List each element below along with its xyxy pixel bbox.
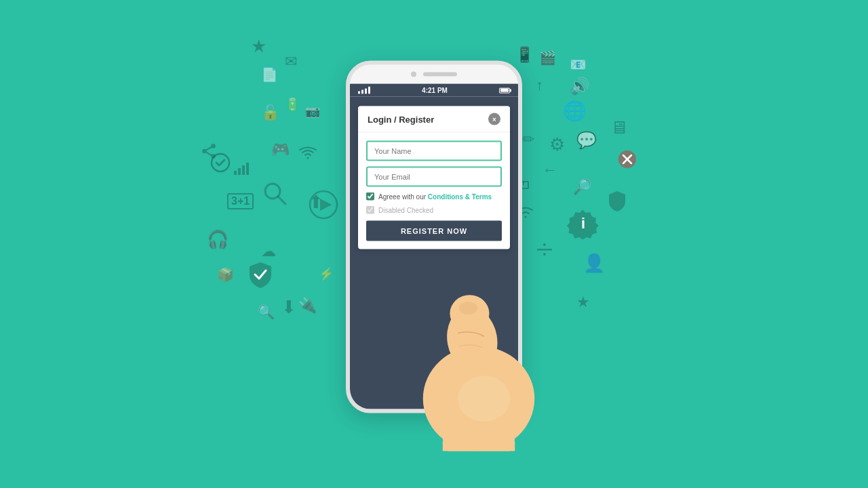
agree-checkbox-row: Agreee with our Conditions & Terms: [366, 192, 502, 201]
upload-icon: ⬆: [309, 193, 323, 211]
camera-icon: 📷: [305, 105, 320, 117]
wifi-left-icon: [298, 146, 317, 163]
svg-line-15: [623, 155, 631, 163]
disabled-checkbox: [366, 206, 374, 214]
svg-point-34: [459, 302, 477, 314]
battery-indicator: [499, 87, 510, 93]
svg-point-2: [211, 154, 216, 159]
svg-rect-9: [246, 163, 249, 175]
phone-speaker: [423, 73, 457, 77]
film-icon: 🎬: [539, 51, 556, 64]
battery-fill: [500, 89, 509, 92]
svg-rect-22: [543, 243, 546, 246]
status-bar: 4:21 PM: [350, 84, 518, 97]
battery-icon-shape: [499, 87, 510, 93]
agree-checkbox[interactable]: [366, 192, 374, 201]
arrow-up-icon: ↑: [536, 78, 543, 93]
svg-line-11: [278, 197, 285, 204]
shield-check-icon: [248, 261, 273, 293]
svg-line-4: [206, 147, 211, 150]
svg-rect-6: [234, 171, 237, 175]
phone-top-bezel: [350, 65, 518, 84]
add-person-icon: 👤: [583, 254, 605, 272]
envelope-icon: ✉: [285, 54, 297, 69]
chat-bubble-icon: 💬: [576, 132, 597, 148]
svg-point-10: [265, 184, 280, 199]
svg-rect-7: [238, 168, 241, 175]
power-icon: ⚡: [319, 268, 334, 280]
register-now-button[interactable]: REGISTER NOW: [366, 221, 502, 241]
svg-rect-26: [361, 90, 363, 94]
phone-camera-area: [411, 72, 457, 77]
mail-icon: 📧: [570, 58, 587, 71]
download-icon: ⬇: [281, 298, 296, 316]
document-icon: 📄: [261, 68, 278, 81]
time-display: 4:21 PM: [422, 87, 448, 94]
monitor-icon: 🖥: [610, 119, 628, 136]
hand-illustration: [404, 248, 553, 454]
back-arrow-icon: ←: [542, 163, 557, 178]
shield-icon: [607, 190, 627, 216]
disabled-checkbox-row: Disabled Checked: [366, 206, 502, 214]
zoom-in-icon: 🔍: [258, 305, 275, 319]
share-icon: [200, 142, 218, 163]
signal-bars-icon: [234, 163, 249, 177]
agree-label: Agreee with our Conditions & Terms: [378, 192, 492, 200]
email-input[interactable]: [366, 167, 502, 187]
svg-rect-25: [358, 92, 360, 94]
star-right-icon: ★: [576, 295, 590, 310]
modal-title: Login / Register: [368, 114, 434, 124]
cloud-icon: ☁: [261, 244, 276, 259]
modal-header: Login / Register ×: [358, 106, 510, 133]
svg-rect-8: [242, 165, 245, 175]
zoom-out-icon: 🔎: [573, 180, 591, 195]
globe-icon: 🌐: [563, 102, 587, 121]
svg-rect-28: [368, 87, 370, 94]
box-icon: 📦: [217, 268, 234, 281]
svg-point-0: [211, 144, 216, 148]
cancel-circle-icon: [617, 149, 637, 173]
svg-point-14: [618, 150, 636, 168]
unlock-icon: 🔓: [261, 105, 279, 120]
play-circle-icon: [309, 190, 338, 224]
3plus1-icon: 3+1: [227, 193, 254, 209]
phone-camera: [411, 72, 416, 77]
name-input[interactable]: [366, 141, 502, 161]
headphones-icon: 🎧: [207, 230, 229, 248]
svg-point-1: [202, 149, 207, 154]
login-register-modal: Login / Register ×: [358, 106, 510, 249]
modal-close-button[interactable]: ×: [488, 113, 500, 125]
svg-text:i: i: [581, 215, 585, 232]
info-badge-icon: i: [566, 207, 600, 245]
svg-rect-31: [443, 441, 515, 451]
svg-point-12: [310, 191, 337, 218]
speaker-icon: 🔊: [570, 78, 590, 94]
plug-icon: 🔌: [298, 298, 317, 313]
gear-icon: ⚙: [549, 136, 565, 153]
svg-marker-13: [320, 199, 332, 211]
phone-scene: 4:21 PM Login / Register ×: [346, 61, 522, 413]
signal-indicator: [358, 87, 370, 94]
svg-point-35: [458, 375, 510, 422]
svg-line-16: [623, 155, 631, 163]
modal-body: Agreee with our Conditions & Terms Disab…: [358, 133, 510, 249]
pencil-icon: ✏: [522, 132, 534, 147]
star-icon: ★: [251, 37, 267, 55]
svg-line-3: [206, 152, 211, 155]
svg-rect-27: [365, 89, 367, 94]
close-x-icon: ×: [492, 115, 496, 123]
disabled-label: Disabled Checked: [378, 206, 433, 214]
search-large-icon: [261, 180, 288, 211]
battery-icon: 🔋: [285, 98, 300, 110]
svg-point-5: [212, 154, 229, 171]
checkmark-circle-icon: [210, 152, 231, 176]
gamepad-icon: 🎮: [271, 142, 290, 157]
